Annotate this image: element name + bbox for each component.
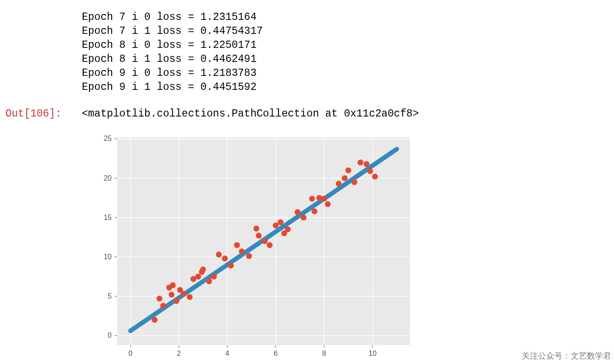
svg-point-39	[156, 296, 162, 302]
svg-point-73	[321, 196, 327, 201]
svg-point-75	[336, 181, 342, 187]
scatter-plot: 02468100510152025	[82, 133, 416, 361]
epoch-log-output: Epoch 7 i 0 loss = 1.2315164 Epoch 7 i 1…	[82, 10, 263, 94]
watermark-text: 关注公众号：文艺数学君	[522, 350, 611, 361]
svg-point-77	[345, 168, 351, 173]
output-repr-text: <matplotlib.collections.PathCollection a…	[82, 108, 419, 120]
svg-text:0: 0	[108, 331, 112, 339]
svg-point-51	[200, 266, 206, 272]
svg-text:0: 0	[128, 350, 132, 357]
svg-point-61	[256, 233, 262, 238]
svg-text:10: 10	[368, 350, 377, 357]
svg-point-68	[294, 209, 300, 215]
svg-point-40	[160, 303, 166, 308]
svg-point-82	[372, 174, 378, 180]
svg-point-71	[312, 208, 317, 214]
svg-point-53	[211, 274, 217, 280]
svg-point-47	[187, 294, 193, 300]
svg-text:25: 25	[104, 135, 112, 142]
svg-point-80	[364, 161, 369, 167]
svg-text:8: 8	[322, 350, 326, 357]
svg-point-67	[285, 226, 291, 232]
svg-point-60	[253, 226, 259, 232]
svg-point-64	[273, 223, 279, 229]
svg-point-58	[239, 248, 245, 254]
svg-point-74	[325, 201, 331, 207]
svg-text:5: 5	[108, 292, 112, 300]
svg-point-70	[309, 196, 315, 201]
svg-point-46	[181, 291, 187, 297]
svg-point-62	[262, 238, 268, 244]
svg-point-78	[351, 179, 357, 185]
svg-point-38	[152, 317, 158, 323]
svg-text:2: 2	[177, 350, 181, 357]
svg-point-59	[246, 253, 252, 259]
svg-point-63	[267, 242, 273, 248]
svg-point-69	[301, 215, 307, 220]
svg-point-79	[358, 159, 364, 165]
svg-point-57	[234, 242, 240, 248]
svg-point-52	[206, 278, 212, 284]
svg-point-76	[342, 175, 348, 181]
svg-point-43	[170, 282, 176, 288]
svg-point-65	[278, 219, 283, 225]
svg-point-42	[169, 292, 175, 298]
svg-text:15: 15	[104, 214, 112, 221]
svg-point-44	[174, 298, 179, 304]
svg-text:10: 10	[104, 253, 112, 261]
scatter-plot-svg: 02468100510152025	[82, 133, 416, 361]
svg-text:6: 6	[274, 350, 278, 357]
svg-text:4: 4	[225, 350, 229, 357]
svg-point-55	[222, 256, 228, 261]
svg-point-49	[195, 274, 201, 280]
svg-point-81	[367, 168, 373, 174]
svg-point-54	[216, 252, 222, 257]
svg-text:20: 20	[104, 174, 112, 182]
output-prompt: Out[106]:	[5, 108, 61, 120]
svg-point-56	[228, 263, 234, 269]
